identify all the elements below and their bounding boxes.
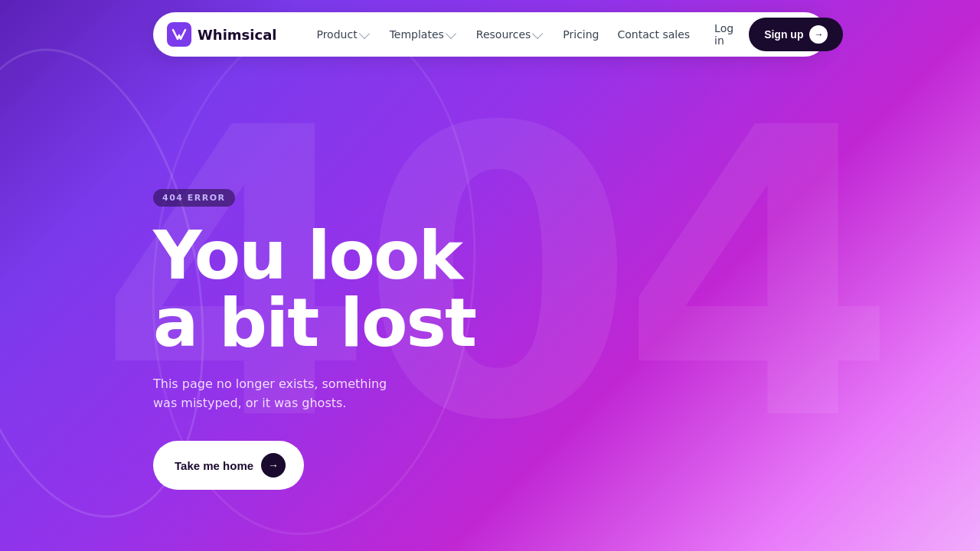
contact-sales-link[interactable]: Contact sales (609, 22, 700, 47)
nav-resources[interactable]: Resources (467, 22, 551, 47)
nav-links: Product Templates Resources Pricing (307, 22, 608, 47)
nav-product[interactable]: Product (307, 22, 377, 47)
whimsical-logo-icon (167, 22, 191, 47)
nav-pricing[interactable]: Pricing (554, 22, 608, 47)
signup-button[interactable]: Sign up (749, 18, 843, 51)
login-link[interactable]: Log in (705, 16, 743, 53)
error-badge: 404 ERROR (153, 189, 235, 207)
navbar: Whimsical Product Templates Resources Pr… (153, 12, 827, 57)
nav-templates[interactable]: Templates (381, 22, 464, 47)
hero-content: 404 ERROR You look a bit lost This page … (153, 189, 475, 490)
cta-arrow-icon: → (261, 453, 286, 478)
templates-chevron-icon (446, 28, 456, 39)
logo-text: Whimsical (198, 27, 276, 43)
logo-link[interactable]: Whimsical (167, 22, 276, 47)
resources-chevron-icon (532, 28, 543, 39)
product-chevron-icon (359, 28, 370, 39)
hero-subtext: This page no longer exists, something wa… (153, 375, 406, 413)
hero-headline: You look a bit lost (153, 222, 475, 357)
signup-arrow-icon (809, 25, 828, 44)
take-me-home-button[interactable]: Take me home → (153, 441, 304, 490)
nav-right: Contact sales Log in Sign up (609, 16, 844, 53)
